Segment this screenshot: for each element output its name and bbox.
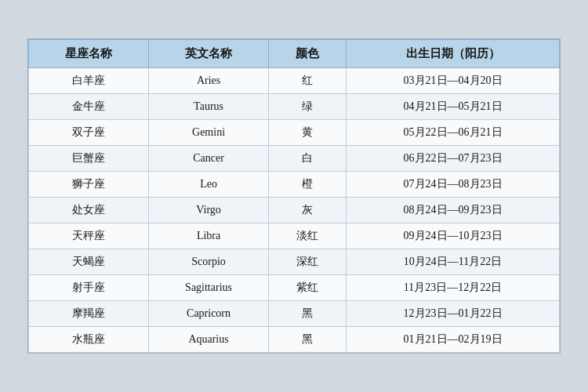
cell-color: 紫红 <box>269 275 347 301</box>
cell-english-name: Aries <box>149 68 269 94</box>
cell-english-name: Taurus <box>149 94 269 120</box>
table-row: 狮子座Leo橙07月24日—08月23日 <box>29 172 560 198</box>
cell-english-name: Gemini <box>149 120 269 146</box>
cell-color: 绿 <box>269 94 347 120</box>
cell-english-name: Sagittarius <box>149 275 269 301</box>
cell-color: 淡红 <box>269 223 347 249</box>
cell-chinese-name: 处女座 <box>29 198 149 223</box>
cell-dates: 12月23日—01月22日 <box>347 301 560 327</box>
cell-color: 灰 <box>269 198 347 223</box>
cell-dates: 01月21日—02月19日 <box>347 327 560 353</box>
cell-chinese-name: 金牛座 <box>29 94 149 120</box>
cell-english-name: Virgo <box>149 198 269 223</box>
table-row: 处女座Virgo灰08月24日—09月23日 <box>29 198 560 223</box>
cell-chinese-name: 双子座 <box>29 120 149 146</box>
table-row: 双子座Gemini黄05月22日—06月21日 <box>29 120 560 146</box>
cell-color: 深红 <box>269 249 347 275</box>
table-body: 白羊座Aries红03月21日—04月20日金牛座Taurus绿04月21日—0… <box>29 68 560 353</box>
cell-dates: 04月21日—05月21日 <box>347 94 560 120</box>
col-header-color: 颜色 <box>269 40 347 68</box>
cell-color: 红 <box>269 68 347 94</box>
table-row: 天蝎座Scorpio深红10月24日—11月22日 <box>29 249 560 275</box>
cell-color: 黄 <box>269 120 347 146</box>
cell-color: 橙 <box>269 172 347 198</box>
cell-dates: 05月22日—06月21日 <box>347 120 560 146</box>
col-header-chinese: 星座名称 <box>29 40 149 68</box>
zodiac-table-container: 星座名称 英文名称 颜色 出生日期（阳历） 白羊座Aries红03月21日—04… <box>27 38 561 354</box>
cell-dates: 07月24日—08月23日 <box>347 172 560 198</box>
cell-english-name: Capricorn <box>149 301 269 327</box>
cell-chinese-name: 摩羯座 <box>29 301 149 327</box>
table-row: 白羊座Aries红03月21日—04月20日 <box>29 68 560 94</box>
cell-dates: 09月24日—10月23日 <box>347 223 560 249</box>
cell-chinese-name: 狮子座 <box>29 172 149 198</box>
cell-chinese-name: 白羊座 <box>29 68 149 94</box>
cell-chinese-name: 巨蟹座 <box>29 146 149 172</box>
cell-chinese-name: 天秤座 <box>29 223 149 249</box>
table-row: 天秤座Libra淡红09月24日—10月23日 <box>29 223 560 249</box>
table-row: 摩羯座Capricorn黑12月23日—01月22日 <box>29 301 560 327</box>
table-row: 金牛座Taurus绿04月21日—05月21日 <box>29 94 560 120</box>
cell-dates: 10月24日—11月22日 <box>347 249 560 275</box>
cell-color: 白 <box>269 146 347 172</box>
table-row: 巨蟹座Cancer白06月22日—07月23日 <box>29 146 560 172</box>
cell-dates: 11月23日—12月22日 <box>347 275 560 301</box>
cell-chinese-name: 射手座 <box>29 275 149 301</box>
cell-dates: 06月22日—07月23日 <box>347 146 560 172</box>
cell-color: 黑 <box>269 327 347 353</box>
table-row: 水瓶座Aquarius黑01月21日—02月19日 <box>29 327 560 353</box>
cell-english-name: Aquarius <box>149 327 269 353</box>
cell-english-name: Scorpio <box>149 249 269 275</box>
table-row: 射手座Sagittarius紫红11月23日—12月22日 <box>29 275 560 301</box>
zodiac-table: 星座名称 英文名称 颜色 出生日期（阳历） 白羊座Aries红03月21日—04… <box>28 39 560 353</box>
table-header-row: 星座名称 英文名称 颜色 出生日期（阳历） <box>29 40 560 68</box>
cell-chinese-name: 天蝎座 <box>29 249 149 275</box>
cell-english-name: Leo <box>149 172 269 198</box>
cell-dates: 03月21日—04月20日 <box>347 68 560 94</box>
cell-english-name: Cancer <box>149 146 269 172</box>
cell-color: 黑 <box>269 301 347 327</box>
col-header-english: 英文名称 <box>149 40 269 68</box>
cell-chinese-name: 水瓶座 <box>29 327 149 353</box>
col-header-dates: 出生日期（阳历） <box>347 40 560 68</box>
cell-english-name: Libra <box>149 223 269 249</box>
cell-dates: 08月24日—09月23日 <box>347 198 560 223</box>
